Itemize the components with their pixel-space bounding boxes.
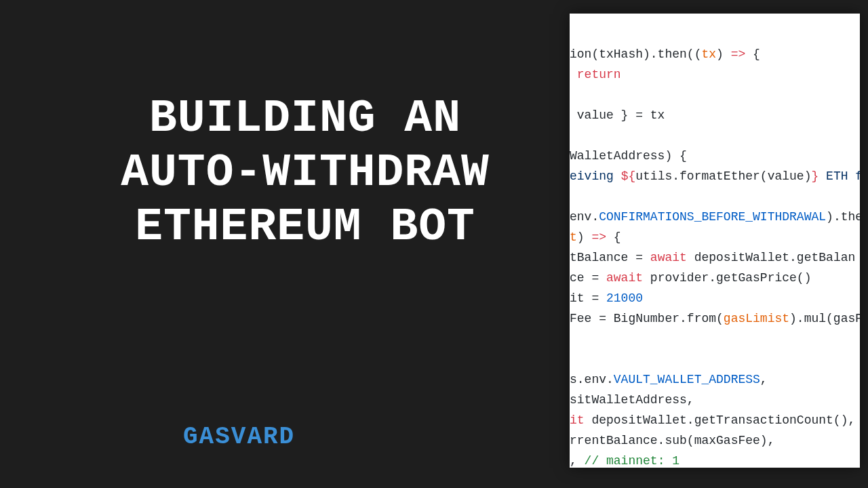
code-line: ion(txHash).then((tx) => { <box>570 44 860 64</box>
code-line <box>570 85 860 105</box>
title-line-2: AUTO-WITHDRAW <box>121 146 490 199</box>
code-line: sitWalletAddress, <box>570 390 860 410</box>
brand-label: GASVARD <box>183 423 295 451</box>
code-line: s.env.VAULT_WALLET_ADDRESS, <box>570 369 860 390</box>
title-heading: BUILDING AN AUTO-WITHDRAW ETHEREUM BOT <box>47 92 563 255</box>
code-line: Fee = BigNumber.from(gasLimist).mul(gasP <box>570 308 860 329</box>
code-line <box>570 329 860 349</box>
code-line: ce = await provider.getGasPrice() <box>570 268 860 288</box>
code-line <box>570 125 860 146</box>
code-line: return <box>570 64 860 85</box>
title-line-1: BUILDING AN <box>149 92 461 144</box>
code-line <box>570 186 860 207</box>
title-block: BUILDING AN AUTO-WITHDRAW ETHEREUM BOT <box>47 92 563 255</box>
code-line: WalletAddress) { <box>570 146 860 166</box>
code-line: it depositWallet.getTransactionCount(), <box>570 410 860 430</box>
code-line: t) => { <box>570 227 860 247</box>
code-line: , // mainnet: 1 <box>570 451 860 468</box>
code-line: eiving ${utils.formatEther(value)} ETH f <box>570 166 860 186</box>
title-line-3: ETHEREUM BOT <box>135 201 475 253</box>
code-line: tBalance = await depositWallet.getBalan <box>570 247 860 268</box>
code-snippet-panel: ion(txHash).then((tx) => { return value … <box>570 14 860 468</box>
code-line: value } = tx <box>570 105 860 125</box>
code-line: it = 21000 <box>570 288 860 308</box>
code-line: rrentBalance.sub(maxGasFee), <box>570 430 860 451</box>
code-line <box>570 349 860 369</box>
code-line: env.CONFIRMATIONS_BEFORE_WITHDRAWAL).the <box>570 207 860 227</box>
